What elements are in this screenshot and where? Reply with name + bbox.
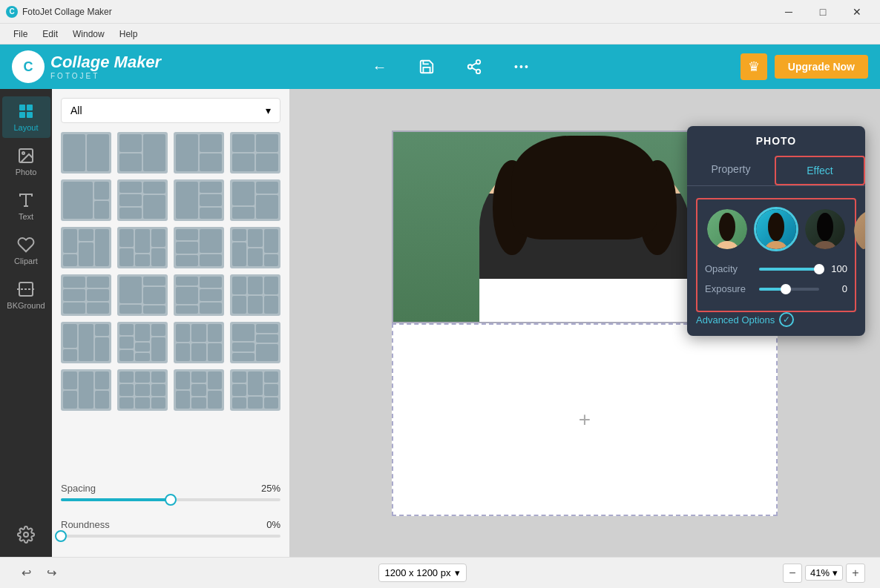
exposure-row: Exposure 0 xyxy=(705,283,847,294)
layout-thumb-17[interactable] xyxy=(61,322,111,363)
menu-window[interactable]: Window xyxy=(65,26,112,42)
advanced-check-icon: ✓ xyxy=(779,312,794,327)
sidebar-item-photo[interactable]: Photo xyxy=(2,141,50,182)
filter-original[interactable] xyxy=(705,207,749,251)
header-right: ♛ Upgrade Now xyxy=(741,53,868,80)
layout-thumb-9[interactable] xyxy=(61,227,111,268)
layout-thumb-20[interactable] xyxy=(230,322,280,363)
opacity-fill xyxy=(759,268,819,271)
titlebar: C FotoJet Collage Maker ─ □ ✕ xyxy=(0,0,880,24)
titlebar-left: C FotoJet Collage Maker xyxy=(6,6,112,18)
close-button[interactable]: ✕ xyxy=(840,0,874,24)
menu-edit[interactable]: Edit xyxy=(35,26,65,42)
undo-button[interactable]: ↩ xyxy=(15,562,37,584)
svg-rect-5 xyxy=(19,105,25,110)
layout-thumb-1[interactable] xyxy=(61,132,111,174)
menu-file[interactable]: File xyxy=(6,26,35,42)
advanced-label: Advanced Options xyxy=(696,314,775,326)
layout-thumb-4[interactable] xyxy=(230,132,280,174)
zoom-chevron: ▾ xyxy=(833,567,838,578)
more-button[interactable]: ••• xyxy=(507,52,536,82)
upgrade-button[interactable]: Upgrade Now xyxy=(775,55,868,79)
sidebar-item-settings[interactable] xyxy=(2,520,50,549)
layout-thumb-10[interactable] xyxy=(117,227,168,268)
exposure-label: Exposure xyxy=(705,283,753,294)
layout-thumb-5[interactable] xyxy=(61,179,111,221)
roundness-label: Roundness xyxy=(61,519,110,530)
app-icon: C xyxy=(6,6,18,18)
layout-thumb-21[interactable] xyxy=(61,369,111,411)
layout-row-1 xyxy=(61,132,280,174)
redo-button[interactable]: ↪ xyxy=(40,562,62,584)
exposure-thumb[interactable] xyxy=(781,284,791,294)
advanced-options[interactable]: Advanced Options ✓ xyxy=(696,312,856,327)
save-button[interactable] xyxy=(412,52,441,82)
tab-property[interactable]: Property xyxy=(687,156,775,185)
layout-thumb-6[interactable] xyxy=(117,179,168,221)
opacity-slider[interactable] xyxy=(759,268,819,271)
menu-help[interactable]: Help xyxy=(112,26,145,42)
layout-thumb-19[interactable] xyxy=(174,322,224,363)
layout-thumb-15[interactable] xyxy=(174,274,224,316)
roundness-slider[interactable] xyxy=(61,535,280,538)
filter-effect-2[interactable] xyxy=(803,207,847,251)
layout-row-4 xyxy=(61,274,280,316)
opacity-row: Opacity 100 xyxy=(705,263,847,274)
layout-thumb-2[interactable] xyxy=(117,132,168,174)
layout-thumb-14[interactable] xyxy=(117,274,168,316)
minimize-button[interactable]: ─ xyxy=(772,0,806,24)
layout-thumb-23[interactable] xyxy=(174,369,224,411)
sidebar-item-clipart[interactable]: Clipart xyxy=(2,230,50,271)
svg-point-2 xyxy=(476,70,481,74)
svg-rect-7 xyxy=(19,112,25,118)
zoom-plus-button[interactable]: + xyxy=(846,564,865,583)
roundness-section: Roundness 0% xyxy=(61,519,280,548)
header-center: ← ••• xyxy=(364,52,536,82)
sidebar-item-layout[interactable]: Layout xyxy=(2,96,50,138)
filter-row xyxy=(705,207,847,251)
canvas-size-label: 1200 x 1200 px xyxy=(385,567,451,578)
layout-row-2 xyxy=(61,179,280,221)
share-button[interactable] xyxy=(459,52,489,82)
zoom-minus-button[interactable]: − xyxy=(783,564,802,583)
layout-thumb-8[interactable] xyxy=(230,179,280,221)
svg-point-15 xyxy=(24,532,28,537)
spacing-fill xyxy=(61,498,171,501)
layout-thumb-18[interactable] xyxy=(117,322,168,363)
tab-effect[interactable]: Effect xyxy=(775,156,865,185)
spacing-slider[interactable] xyxy=(61,498,280,501)
layout-thumb-3[interactable] xyxy=(174,132,224,174)
roundness-thumb[interactable] xyxy=(55,530,67,542)
sidebar-item-bkground[interactable]: BKGround xyxy=(2,274,50,316)
sidebar-label-photo: Photo xyxy=(16,168,37,176)
roundness-value: 0% xyxy=(266,519,280,530)
layout-thumb-16[interactable] xyxy=(230,274,280,316)
canvas-size-selector[interactable]: 1200 x 1200 px ▾ xyxy=(378,564,467,582)
zoom-select[interactable]: 41% ▾ xyxy=(805,565,843,581)
filter-effect-1[interactable] xyxy=(754,207,798,251)
exposure-slider[interactable] xyxy=(759,288,819,291)
opacity-thumb[interactable] xyxy=(814,264,824,274)
header: C Collage Maker FOTOJET ← xyxy=(0,44,880,89)
layout-thumb-13[interactable] xyxy=(61,274,111,316)
zoom-value: 41% xyxy=(810,567,830,578)
svg-line-4 xyxy=(472,63,476,66)
bottom-bar: ↩ ↪ 1200 x 1200 px ▾ − 41% ▾ + xyxy=(0,557,880,588)
canvas-area: + PHOTO Property Effect xyxy=(289,89,880,557)
layout-thumb-22[interactable] xyxy=(117,369,168,411)
filter-effect-3[interactable] xyxy=(852,207,865,251)
sidebar-item-text[interactable]: Text xyxy=(2,185,50,227)
back-button[interactable]: ← xyxy=(364,52,394,82)
layout-thumb-24[interactable] xyxy=(230,369,280,411)
canvas-size-chevron: ▾ xyxy=(455,567,460,578)
layout-thumb-7[interactable] xyxy=(174,179,224,221)
spacing-thumb[interactable] xyxy=(165,494,177,506)
spacing-label: Spacing xyxy=(61,483,96,494)
maximize-button[interactable]: □ xyxy=(806,0,840,24)
photo-cell-bottom[interactable]: + xyxy=(392,323,778,516)
photo-panel-title: PHOTO xyxy=(687,126,865,156)
layout-thumb-12[interactable] xyxy=(230,227,280,268)
layout-dropdown[interactable]: All ▾ xyxy=(61,98,280,123)
logo-text-group: Collage Maker FOTOJET xyxy=(50,53,161,79)
layout-thumb-11[interactable] xyxy=(174,227,224,268)
